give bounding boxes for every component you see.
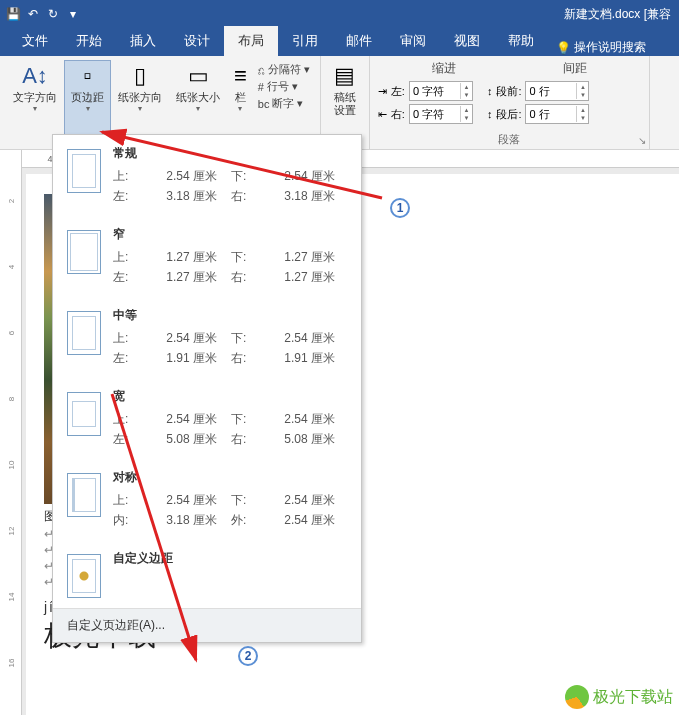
text-direction-button[interactable]: A↕ 文字方向▾	[6, 60, 64, 145]
ribbon-tabs: 文件 开始 插入 设计 布局 引用 邮件 审阅 视图 帮助 💡 操作说明搜索	[0, 28, 679, 56]
margins-button[interactable]: ▫ 页边距▾	[64, 60, 111, 145]
columns-icon: ≡	[234, 63, 247, 89]
tab-design[interactable]: 设计	[170, 26, 224, 56]
redo-icon[interactable]: ↻	[44, 5, 62, 23]
preset-title: 对称	[113, 469, 353, 486]
tab-home[interactable]: 开始	[62, 26, 116, 56]
margin-preset-0[interactable]: 常规上:2.54 厘米下:2.54 厘米左:3.18 厘米右:3.18 厘米	[53, 135, 361, 216]
qat-more-icon[interactable]: ▾	[64, 5, 82, 23]
before-icon: ↕	[487, 85, 493, 97]
margin-thumb-icon	[67, 311, 101, 355]
after-icon: ↕	[487, 108, 493, 120]
line-numbers-button[interactable]: # 行号 ▾	[258, 79, 310, 94]
tab-review[interactable]: 审阅	[386, 26, 440, 56]
columns-button[interactable]: ≡ 栏▾	[227, 60, 254, 145]
callout-bubble-2: 2	[238, 646, 258, 666]
indent-right-icon: ⇤	[378, 108, 387, 121]
callout-bubble-1: 1	[390, 198, 410, 218]
tab-mail[interactable]: 邮件	[332, 26, 386, 56]
indent-left-icon: ⇥	[378, 85, 387, 98]
margin-preset-2[interactable]: 中等上:2.54 厘米下:2.54 厘米左:1.91 厘米右:1.91 厘米	[53, 297, 361, 378]
size-icon: ▭	[188, 63, 209, 89]
watermark-logo: 极光下载站	[565, 685, 673, 709]
preset-values: 上:2.54 厘米下:2.54 厘米	[113, 490, 353, 510]
preset-values: 上:1.27 厘米下:1.27 厘米	[113, 247, 353, 267]
preset-title: 宽	[113, 388, 353, 405]
preset-values: 上:2.54 厘米下:2.54 厘米	[113, 409, 353, 429]
logo-swirl-icon	[565, 685, 589, 709]
tab-file[interactable]: 文件	[8, 26, 62, 56]
margin-preset-4[interactable]: 对称上:2.54 厘米下:2.54 厘米内:3.18 厘米外:2.54 厘米	[53, 459, 361, 540]
preset-values: 左:1.27 厘米右:1.27 厘米	[113, 267, 353, 287]
tab-help[interactable]: 帮助	[494, 26, 548, 56]
title-bar: 💾 ↶ ↻ ▾ 新建文档.docx [兼容	[0, 0, 679, 28]
hyphenation-button[interactable]: bc 断字 ▾	[258, 96, 310, 111]
save-icon[interactable]: 💾	[4, 5, 22, 23]
paragraph-launcher-icon[interactable]: ↘	[638, 135, 646, 146]
document-title: 新建文档.docx [兼容	[564, 6, 671, 23]
bulb-icon: 💡	[556, 41, 571, 55]
margins-icon: ▫	[84, 63, 92, 89]
preset-values: 上:2.54 厘米下:2.54 厘米	[113, 166, 353, 186]
preset-values: 左:3.18 厘米右:3.18 厘米	[113, 186, 353, 206]
manuscript-icon: ▤	[334, 63, 355, 89]
manuscript-button[interactable]: ▤ 稿纸 设置	[327, 60, 363, 120]
spacing-before-input[interactable]: ▲▼	[525, 81, 589, 101]
margin-preset-3[interactable]: 宽上:2.54 厘米下:2.54 厘米左:5.08 厘米右:5.08 厘米	[53, 378, 361, 459]
breaks-button[interactable]: ⎌ 分隔符 ▾	[258, 62, 310, 77]
preset-title: 中等	[113, 307, 353, 324]
tell-me[interactable]: 💡 操作说明搜索	[556, 39, 646, 56]
preset-values: 上:2.54 厘米下:2.54 厘米	[113, 328, 353, 348]
spacing-after-input[interactable]: ▲▼	[525, 104, 589, 124]
preset-values: 内:3.18 厘米外:2.54 厘米	[113, 510, 353, 530]
margin-last-custom[interactable]: 自定义边距	[53, 540, 361, 608]
custom-margins-command[interactable]: 自定义页边距(A)...	[53, 608, 361, 642]
preset-values: 左:1.91 厘米右:1.91 厘米	[113, 348, 353, 368]
margin-thumb-icon	[67, 149, 101, 193]
orientation-button[interactable]: ▯ 纸张方向▾	[111, 60, 169, 145]
margin-thumb-icon	[67, 392, 101, 436]
margin-thumb-icon	[67, 473, 101, 517]
tab-references[interactable]: 引用	[278, 26, 332, 56]
spacing-header: 间距	[509, 60, 641, 77]
tab-layout[interactable]: 布局	[224, 26, 278, 56]
vertical-ruler: 24681012141618	[0, 150, 22, 715]
preset-title: 自定义边距	[113, 550, 353, 567]
margin-thumb-icon	[67, 554, 101, 598]
indent-left-input[interactable]: ▲▼	[409, 81, 473, 101]
preset-title: 窄	[113, 226, 353, 243]
tab-insert[interactable]: 插入	[116, 26, 170, 56]
margin-thumb-icon	[67, 230, 101, 274]
preset-title: 常规	[113, 145, 353, 162]
preset-values: 左:5.08 厘米右:5.08 厘米	[113, 429, 353, 449]
text-direction-icon: A↕	[22, 63, 48, 89]
size-button[interactable]: ▭ 纸张大小▾	[169, 60, 227, 145]
undo-icon[interactable]: ↶	[24, 5, 42, 23]
indent-right-input[interactable]: ▲▼	[409, 104, 473, 124]
paragraph-group-label: 段落	[370, 132, 649, 147]
indent-header: 缩进	[378, 60, 510, 77]
margin-preset-1[interactable]: 窄上:1.27 厘米下:1.27 厘米左:1.27 厘米右:1.27 厘米	[53, 216, 361, 297]
margins-dropdown: 常规上:2.54 厘米下:2.54 厘米左:3.18 厘米右:3.18 厘米窄上…	[52, 134, 362, 643]
tab-view[interactable]: 视图	[440, 26, 494, 56]
orientation-icon: ▯	[134, 63, 146, 89]
